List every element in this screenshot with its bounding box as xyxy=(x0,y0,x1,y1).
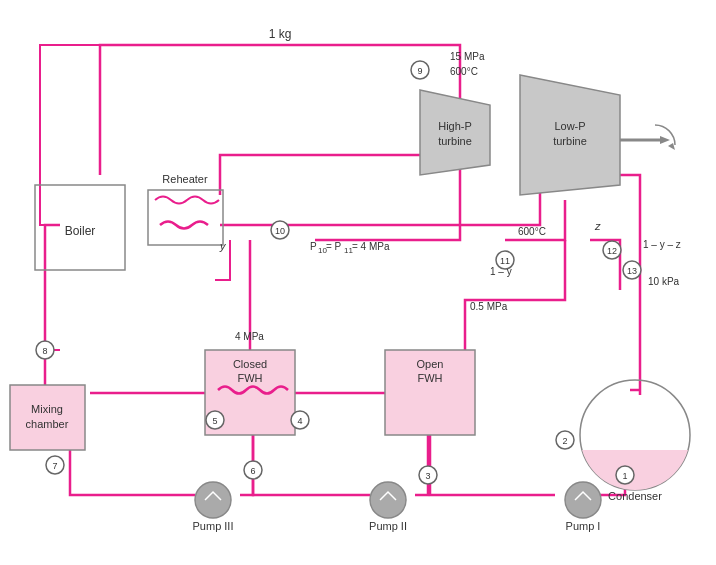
svg-text:6: 6 xyxy=(250,466,255,476)
svg-text:2: 2 xyxy=(562,436,567,446)
svg-text:Mixing: Mixing xyxy=(31,403,63,415)
svg-text:600°C: 600°C xyxy=(450,66,478,77)
svg-text:turbine: turbine xyxy=(438,135,472,147)
svg-text:600°C: 600°C xyxy=(518,226,546,237)
svg-text:3: 3 xyxy=(425,471,430,481)
svg-text:Condenser: Condenser xyxy=(608,490,662,502)
boiler-label: Boiler xyxy=(65,224,96,238)
svg-text:Open: Open xyxy=(417,358,444,370)
svg-text:P: P xyxy=(310,241,317,252)
svg-text:4: 4 xyxy=(297,416,302,426)
svg-text:10 kPa: 10 kPa xyxy=(648,276,680,287)
svg-text:7: 7 xyxy=(52,461,57,471)
svg-text:13: 13 xyxy=(627,266,637,276)
svg-text:5: 5 xyxy=(212,416,217,426)
svg-text:15 MPa: 15 MPa xyxy=(450,51,485,62)
svg-marker-1 xyxy=(420,90,490,175)
svg-text:= P: = P xyxy=(326,241,342,252)
diagram: 1 2 3 4 5 6 7 8 9 10 11 12 xyxy=(0,0,716,565)
svg-text:turbine: turbine xyxy=(553,135,587,147)
reheater-label: Reheater xyxy=(162,173,208,185)
svg-text:10: 10 xyxy=(275,226,285,236)
svg-text:9: 9 xyxy=(417,66,422,76)
one-kg-label: 1 kg xyxy=(269,27,292,41)
svg-text:1 – y – z: 1 – y – z xyxy=(643,239,681,250)
svg-point-12 xyxy=(565,482,601,518)
svg-text:High-P: High-P xyxy=(438,120,472,132)
svg-text:chamber: chamber xyxy=(26,418,69,430)
svg-text:Pump I: Pump I xyxy=(566,520,601,532)
svg-text:1 – y: 1 – y xyxy=(490,266,512,277)
svg-text:y: y xyxy=(219,240,227,252)
svg-text:FWH: FWH xyxy=(417,372,442,384)
svg-text:11: 11 xyxy=(500,256,510,266)
svg-text:1: 1 xyxy=(622,471,627,481)
svg-text:Closed: Closed xyxy=(233,358,267,370)
svg-text:Pump II: Pump II xyxy=(369,520,407,532)
svg-text:0.5 MPa: 0.5 MPa xyxy=(470,301,508,312)
svg-text:12: 12 xyxy=(607,246,617,256)
svg-text:8: 8 xyxy=(42,346,47,356)
svg-text:z: z xyxy=(594,220,601,232)
svg-text:4 MPa: 4 MPa xyxy=(235,331,264,342)
schematic-svg: 1 2 3 4 5 6 7 8 9 10 11 12 xyxy=(0,0,716,565)
svg-point-14 xyxy=(195,482,231,518)
svg-marker-4 xyxy=(660,136,670,144)
svg-point-13 xyxy=(370,482,406,518)
svg-text:= 4 MPa: = 4 MPa xyxy=(352,241,390,252)
svg-marker-5 xyxy=(668,143,675,150)
svg-text:Low-P: Low-P xyxy=(554,120,585,132)
svg-text:Pump III: Pump III xyxy=(193,520,234,532)
svg-text:FWH: FWH xyxy=(237,372,262,384)
